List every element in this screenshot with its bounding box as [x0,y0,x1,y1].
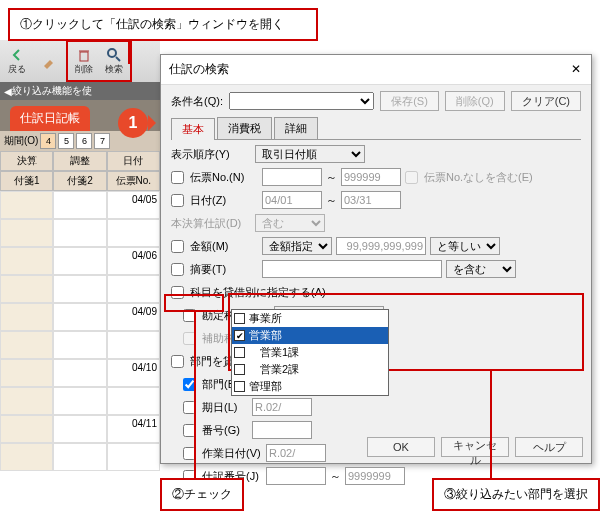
checkbox-icon[interactable] [234,381,245,392]
dept-label: 事業所 [249,311,282,326]
display-order-select[interactable]: 取引日付順 [255,145,365,163]
display-order-label: 表示順序(Y) [171,147,251,162]
chevron-left-icon[interactable]: ◀ [4,86,12,97]
amount-to[interactable] [336,237,426,255]
help-button[interactable]: ヘルプ [515,437,583,457]
cell-date[interactable] [107,443,160,471]
clear-button[interactable]: クリア(C) [511,91,581,111]
save-button[interactable]: 保存(S) [380,91,439,111]
checkbox-icon[interactable] [234,347,245,358]
dialog-title: 仕訳の検索 [169,61,229,78]
cell-date[interactable]: 04/09 [107,303,160,331]
denpyo-no-check[interactable] [171,171,184,184]
cell-date[interactable] [107,275,160,303]
delete-icon [76,47,92,63]
range-tilde: ～ [330,469,341,484]
delete-cond-button[interactable]: 削除(Q) [445,91,505,111]
tekiyo-check[interactable] [171,263,184,276]
cell-date[interactable] [107,387,160,415]
denpyo-no-include-label: 伝票No.なしを含む(E) [424,170,533,185]
period-6[interactable]: 6 [76,133,92,149]
close-icon[interactable]: ✕ [569,63,583,77]
fwd-button[interactable] [34,43,64,79]
date-check[interactable] [171,194,184,207]
tekiyo-input[interactable] [262,260,442,278]
dept-item-eigyo1[interactable]: 営業1課 [232,344,388,361]
svg-rect-0 [80,52,88,61]
cond-label: 条件名(Q): [171,94,223,109]
dept-item-jigyosho[interactable]: 事業所 [232,310,388,327]
ok-button[interactable]: OK [367,437,435,457]
cell-date[interactable]: 04/11 [107,415,160,443]
filter-bar-label: 絞り込み機能を使 [12,84,92,98]
dept-label: 営業部 [249,328,282,343]
filter-bar: ◀ 絞り込み機能を使 [0,82,160,100]
main-toolbar: 戻る 削除 検索 [0,40,160,82]
denpyo-no-label: 伝票No.(N) [190,170,258,185]
kamoku-section-check[interactable] [171,286,184,299]
tab-basic[interactable]: 基本 [171,118,215,140]
date-to[interactable] [341,191,401,209]
cond-select[interactable] [229,92,374,110]
denpyo-no-from[interactable] [262,168,322,186]
checkbox-icon[interactable] [234,364,245,375]
sagyo-from[interactable] [266,444,326,462]
shiwake-bango-from[interactable] [266,467,326,485]
dialog-buttons: OK キャンセル ヘルプ [367,437,583,457]
amount-check[interactable] [171,240,184,253]
tekiyo-cond-select[interactable]: を含む [446,260,516,278]
amount-cond-select[interactable]: と等しい [430,237,500,255]
dialog-body: 条件名(Q): 保存(S) 削除(Q) クリア(C) 基本 消費税 詳細 表示順… [161,85,591,495]
bumon-dropdown-list[interactable]: 事業所 ✔営業部 営業1課 営業2課 管理部 [231,309,389,396]
annotation-step3: ③絞り込みたい部門を選択 [432,478,600,511]
col-denpyo: 伝票No. [107,171,160,191]
kijitsu-label: 期日(L) [202,400,248,415]
back-label: 戻る [8,63,26,76]
annotation-circle-1: 1 [118,108,148,138]
period-7[interactable]: 7 [94,133,110,149]
cell-date[interactable]: 04/05 [107,191,160,219]
col-fusen1: 付箋1 [0,171,53,191]
tab-detail[interactable]: 詳細 [274,117,318,139]
checkbox-icon[interactable]: ✔ [234,330,245,341]
back-button[interactable]: 戻る [2,43,32,79]
dept-label: 管理部 [249,379,282,394]
svg-point-1 [108,49,116,57]
delete-button[interactable]: 削除 [69,43,99,79]
kijitsu-from[interactable] [252,398,312,416]
bango-label: 番号(G) [202,423,248,438]
tab-tax[interactable]: 消費税 [217,117,272,139]
back-icon [9,47,25,63]
dept-item-kanribu[interactable]: 管理部 [232,378,388,395]
search-button[interactable]: 検索 [99,43,129,79]
period-5[interactable]: 5 [58,133,74,149]
shiwake-bango-to[interactable] [345,467,405,485]
bumon-section-check[interactable] [171,355,184,368]
cell-date[interactable]: 04/06 [107,247,160,275]
tekiyo-label: 摘要(T) [190,262,258,277]
annotation-step2: ②チェック [160,478,244,511]
bango-input[interactable] [252,421,312,439]
date-from[interactable] [262,191,322,209]
grid-header-2: 付箋1 付箋2 伝票No. [0,171,160,191]
cell-date[interactable] [107,331,160,359]
delete-label: 削除 [75,63,93,76]
amount-type-select[interactable]: 金額指定 [262,237,332,255]
date-label: 日付(Z) [190,193,258,208]
cell-date[interactable] [107,219,160,247]
period-4[interactable]: 4 [40,133,56,149]
search-dialog: 仕訳の検索 ✕ 条件名(Q): 保存(S) 削除(Q) クリア(C) 基本 消費… [160,54,592,464]
tab-journal[interactable]: 仕訳日記帳 [10,106,90,131]
dept-item-eigyo2[interactable]: 営業2課 [232,361,388,378]
kamoku-section-label: 科目を貸借別に指定する(A) [190,285,326,300]
checkbox-icon[interactable] [234,313,245,324]
honkessan-label: 本決算仕訳(D) [171,216,251,231]
cancel-button[interactable]: キャンセル [441,437,509,457]
range-tilde: ～ [326,193,337,208]
grid-header-1: 決算 調整 日付 [0,151,160,171]
cell-date[interactable]: 04/10 [107,359,160,387]
period-label: 期間(O) [4,134,38,148]
search-icon [106,47,122,63]
denpyo-no-to[interactable] [341,168,401,186]
dept-item-eigyobu[interactable]: ✔営業部 [232,327,388,344]
